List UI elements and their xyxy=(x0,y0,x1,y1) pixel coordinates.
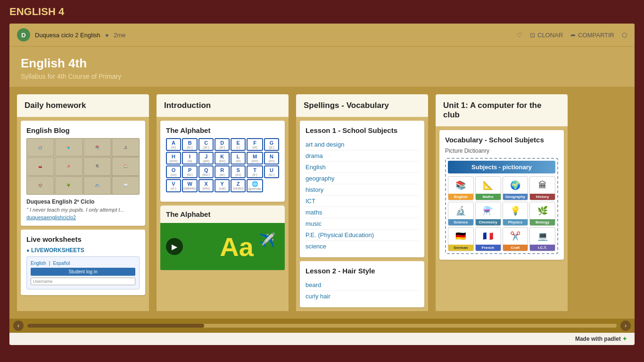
subject-label: Science xyxy=(448,219,473,225)
list-item[interactable]: beard xyxy=(305,280,419,291)
airplane-icon: ✈️ xyxy=(259,232,275,248)
blog-img-cell: 📚 xyxy=(83,138,111,156)
share-button[interactable]: ➦ COMPARTIR xyxy=(570,32,614,39)
alpha-cell-D: D(di:) xyxy=(215,138,230,151)
subject-cell-science[interactable]: 🔬Science xyxy=(448,202,474,226)
list-item[interactable]: curly hair xyxy=(305,291,419,302)
big-aa-text: Aa xyxy=(220,231,254,262)
contact-section: Contact Form Name xyxy=(0,354,644,362)
alpha-cell-🌐: 🌐Aprender xyxy=(247,179,263,192)
column-daily-homework: Daily homework English Blog 🏥 🏪 📚 🏞 xyxy=(17,94,149,311)
alpha-cell-R: R(ar) xyxy=(215,165,230,178)
external-link-icon: ⬡ xyxy=(622,32,627,39)
blog-author: Duquesa English 2º Ciclo xyxy=(26,198,140,205)
subject-cell-geography[interactable]: 🌍Geography xyxy=(503,176,528,200)
subject-cell-chemistry[interactable]: ⚗️Chemistry xyxy=(475,202,501,226)
subject-img: ✂️ xyxy=(503,228,528,245)
alpha-cell-P: P(bi:) xyxy=(182,165,198,178)
lesson1-title: Lesson 1 - School Subjects xyxy=(305,126,419,134)
list-item[interactable]: art and design xyxy=(305,139,419,150)
share-icon: ➦ xyxy=(570,32,576,39)
padlet-header: D Duquesa ciclo 2 English ● 2me ♡ ⊡ CLON… xyxy=(9,24,635,47)
subject-cell-craft[interactable]: ✂️Craft xyxy=(503,227,528,251)
scroll-right-button[interactable]: › xyxy=(620,321,631,331)
subject-img: 💡 xyxy=(503,202,528,219)
column-body-spellings[interactable]: Lesson 1 - School Subjects art and desig… xyxy=(296,117,428,311)
card-vocabulary-school: Vocabulary - School Subjetcs Picture Dic… xyxy=(439,130,564,260)
lesson1-list: art and designdramaEnglishgeographyhisto… xyxy=(305,139,419,252)
padlet-title-area: English 4th Syllabus for 4th Course of P… xyxy=(9,47,635,87)
lw-logo-text: LIVEWORKSHEETS xyxy=(31,247,84,254)
column-header-daily-homework: Daily homework xyxy=(17,94,149,117)
alphabet-grid: A(ei)B(bi:)C(di:)D(di:)E(i:)F(ef)G(yi:)H… xyxy=(166,138,279,192)
column-body-unit1[interactable]: Vocabulary - School Subjetcs Picture Dic… xyxy=(436,126,568,311)
subject-img: 🌍 xyxy=(503,177,528,194)
padlet-footer: Made with padlet ✦ xyxy=(9,333,635,345)
alpha-cell-Q: Q(kiu:) xyxy=(198,165,214,178)
subject-img: 📚 xyxy=(448,177,473,194)
list-item[interactable]: science xyxy=(305,241,419,252)
subject-cell-biology[interactable]: 🌿Biology xyxy=(529,202,555,226)
vocab-school-subtitle: Picture Dictioanry xyxy=(445,148,558,154)
header-time: 2me xyxy=(114,32,125,39)
scroll-track[interactable] xyxy=(27,324,617,328)
card-alphabet-video: The Alphabet ▶ Aa ✈️ xyxy=(160,206,285,270)
lw-username-field[interactable]: Username xyxy=(31,278,135,285)
subject-cell-maths[interactable]: 📐Maths xyxy=(475,176,501,200)
column-introduction: Introduction The Alphabet A(ei)B(bi:)C(d… xyxy=(157,94,289,311)
subject-img: 🌿 xyxy=(530,202,555,219)
subject-cell-english[interactable]: 📚English xyxy=(448,176,474,200)
play-button[interactable]: ▶ xyxy=(166,238,183,255)
alpha-cell-C: C(di:) xyxy=(198,138,214,151)
alpha-cell-M: M(em) xyxy=(247,152,263,165)
blog-image: 🏥 🏪 📚 🏞 🚗 ⛵ 🏗 🏠 🏫 🌳 xyxy=(26,138,140,195)
lw-lang-english[interactable]: English xyxy=(31,261,46,266)
external-link-button[interactable]: ⬡ xyxy=(622,32,627,39)
alphabet-video-title: The Alphabet xyxy=(160,206,285,223)
blog-img-cell: 🏠 xyxy=(112,157,140,175)
list-item[interactable]: history xyxy=(305,184,419,196)
list-item[interactable]: music xyxy=(305,218,419,230)
lw-logo: ● LIVEWORKSHEETS xyxy=(26,247,140,254)
video-thumbnail[interactable]: ▶ Aa ✈️ xyxy=(160,223,285,270)
list-item[interactable]: ICT xyxy=(305,196,419,207)
subject-cell-physics[interactable]: 💡Physics xyxy=(503,202,528,226)
column-body-introduction[interactable]: The Alphabet A(ei)B(bi:)C(di:)D(di:)E(i:… xyxy=(157,117,289,311)
columns-scroll-area[interactable]: Daily homework English Blog 🏥 🏪 📚 🏞 xyxy=(9,87,635,319)
subject-label: French xyxy=(476,245,501,251)
card-english-blog: English Blog 🏥 🏪 📚 🏞 🚗 ⛵ 🏗 xyxy=(21,121,145,226)
subject-img: 🇫🇷 xyxy=(476,228,501,245)
list-item[interactable]: P.E. (Physical Education) xyxy=(305,230,419,241)
subject-label: Geography xyxy=(503,194,528,200)
scroll-left-button[interactable]: ‹ xyxy=(13,321,24,331)
card-lesson1: Lesson 1 - School Subjects art and desig… xyxy=(300,121,424,257)
clone-button[interactable]: ⊡ CLONAR xyxy=(530,32,563,39)
alpha-cell-A: A(ei) xyxy=(166,138,181,151)
subject-img: 💻 xyxy=(530,228,555,245)
subject-img: 🇩🇪 xyxy=(448,228,473,245)
alpha-cell-E: E(i:) xyxy=(231,138,246,151)
columns-wrapper: Daily homework English Blog 🏥 🏪 📚 🏞 xyxy=(9,87,635,319)
list-item[interactable]: English xyxy=(305,162,419,173)
lesson2-title: Lesson 2 - Hair Style xyxy=(305,267,419,275)
alpha-cell-F: F(ef) xyxy=(247,138,263,151)
like-button[interactable]: ♡ xyxy=(517,32,522,39)
blog-img-cell: 🚗 xyxy=(26,157,54,175)
subject-cell-french[interactable]: 🇫🇷French xyxy=(475,227,501,251)
subject-cell-german[interactable]: 🇩🇪German xyxy=(448,227,474,251)
list-item[interactable]: geography xyxy=(305,173,419,184)
card-live-worksheets: Live worksheets ● LIVEWORKSHEETS English… xyxy=(21,230,145,295)
list-item[interactable]: maths xyxy=(305,207,419,218)
user-name[interactable]: Duquesa ciclo 2 English xyxy=(35,32,100,39)
lw-login-label: Student log in xyxy=(31,268,135,276)
lw-lang-espanol[interactable]: Español xyxy=(53,261,70,266)
blog-link[interactable]: duquesaenglishciclo2 xyxy=(26,214,140,220)
alpha-cell-H: H(eich) xyxy=(166,152,181,165)
alpha-cell-I: I(ai) xyxy=(182,152,198,165)
blog-img-cell: 🚌 xyxy=(83,176,111,195)
subject-cell-history[interactable]: 🏛History xyxy=(529,176,555,200)
column-body-daily-homework[interactable]: English Blog 🏥 🏪 📚 🏞 🚗 ⛵ 🏗 xyxy=(17,117,149,311)
lw-preview: English | Español Student log in Usernam… xyxy=(26,256,140,289)
list-item[interactable]: drama xyxy=(305,150,419,162)
subject-cell-i.c.t.[interactable]: 💻I.C.T. xyxy=(529,227,555,251)
